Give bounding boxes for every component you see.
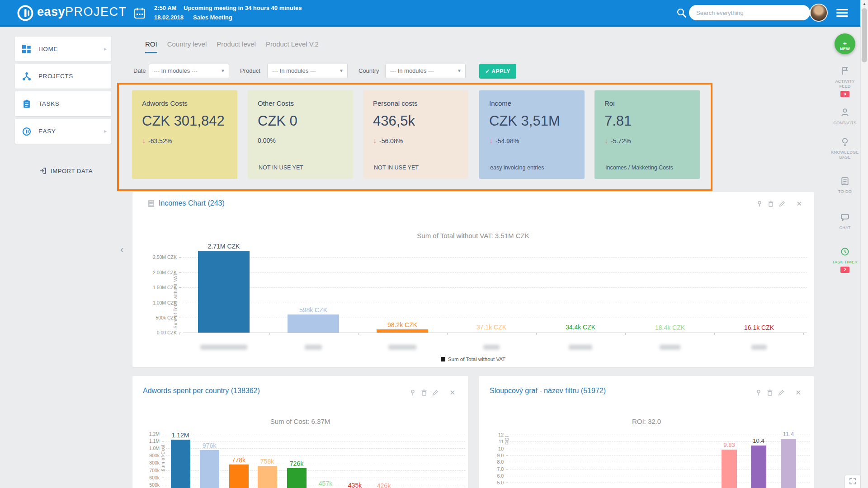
panel-incomes-chart: Incomes Chart (243) ✕ Sum of Total witho… xyxy=(132,192,814,367)
bar[interactable] xyxy=(722,450,737,488)
hamburger-menu-icon[interactable] xyxy=(836,9,848,17)
sidebar-item-tasks[interactable]: TASKS xyxy=(15,91,111,116)
bar[interactable] xyxy=(377,329,428,333)
import-data-label: IMPORT DATA xyxy=(51,168,93,174)
bar-value-label: 726k xyxy=(269,460,324,467)
topbar: easyPROJECT 2:50 AM 18.02.2018 Upcoming … xyxy=(0,0,868,27)
y-axis-title: Sum of Cost xyxy=(160,444,165,472)
sidebar-item-label: HOME xyxy=(38,46,58,52)
kpi-delta: ↓-56.08% xyxy=(373,137,403,145)
bar[interactable] xyxy=(258,466,277,488)
home-dashboard-icon xyxy=(22,45,31,54)
projects-tree-icon xyxy=(22,72,31,81)
rail-item-todo[interactable]: TO-DO xyxy=(830,176,859,194)
grid-line xyxy=(166,434,465,434)
chart-legend[interactable]: Sum of Total without VAT xyxy=(132,357,814,362)
bar[interactable] xyxy=(751,446,766,488)
y-tick-mark xyxy=(179,303,181,303)
kpi-title: Roi xyxy=(604,99,615,107)
bar-value-label: 1.12M xyxy=(153,432,208,439)
chevron-down-icon: ▼ xyxy=(457,64,462,78)
search-icon[interactable] xyxy=(676,8,687,18)
sidebar-item-home[interactable]: HOME ▸ xyxy=(15,37,111,61)
kpi-footer: NOT IN USE YET xyxy=(374,164,419,171)
kpi-footer: Incomes / Makketing Costs xyxy=(605,164,673,171)
down-arrow-icon: ↓ xyxy=(489,137,493,145)
y-tick-mark xyxy=(506,449,508,449)
x-axis-label-redacted xyxy=(305,345,322,350)
y-tick-label: 8.0 xyxy=(489,459,504,465)
bar-value-label: 16.1k CZK xyxy=(732,324,786,331)
grid-line xyxy=(183,318,807,318)
kpi-value: CZK 0 xyxy=(258,113,297,129)
grid-line xyxy=(166,441,465,441)
bar[interactable] xyxy=(200,450,219,488)
y-tick-label: 7.0 xyxy=(489,466,504,472)
bar[interactable] xyxy=(781,439,796,488)
kpi-card-adwords-costs[interactable]: Adwords Costs CZK 301,842 ↓-63.52% xyxy=(132,90,237,179)
y-tick-label: 0.00 CZK xyxy=(139,330,177,335)
fullscreen-expand-button[interactable] xyxy=(845,475,860,488)
rail-item-activity-feed[interactable]: ACTIVITY FEED 9 xyxy=(830,66,859,97)
x-axis-label-redacted xyxy=(751,345,767,350)
x-axis-label-redacted xyxy=(660,345,680,350)
kpi-card-personal-costs[interactable]: Personal costs 436,5k ↓-56.08% NOT IN US… xyxy=(363,90,468,179)
user-avatar[interactable] xyxy=(810,4,828,22)
meeting-title[interactable]: Upcoming meeting in 34 hours 40 minutes xyxy=(184,5,302,11)
legend-label: Sum of Total without VAT xyxy=(448,357,505,362)
bar[interactable] xyxy=(198,251,250,333)
brand[interactable]: easyPROJECT xyxy=(37,5,127,19)
product-filter-select[interactable]: --- In modules ---▼ xyxy=(267,64,348,78)
new-button[interactable]: +NEW xyxy=(835,33,855,54)
easy-project-dashboard: easyPROJECT 2:50 AM 18.02.2018 Upcoming … xyxy=(0,0,868,488)
sidebar-item-easy[interactable]: EASY ▸ xyxy=(15,119,111,144)
down-arrow-icon: ↓ xyxy=(142,137,146,145)
y-tick-mark xyxy=(506,476,508,476)
rail-item-task-timer[interactable]: TASK TIMER 2 xyxy=(830,247,859,273)
sidebar-item-label: TASKS xyxy=(38,100,59,107)
page-scrollbar[interactable]: ▲ xyxy=(860,0,868,488)
y-tick-mark xyxy=(506,462,508,462)
product-filter-value: --- In modules --- xyxy=(272,67,316,74)
y-tick-label: 6.0 xyxy=(489,473,504,479)
import-data-button[interactable]: IMPORT DATA xyxy=(39,167,47,177)
bar[interactable] xyxy=(288,314,339,333)
easyproject-logo-icon[interactable] xyxy=(17,5,34,22)
search-input[interactable] xyxy=(689,5,810,20)
grid-line xyxy=(183,257,807,258)
kpi-card-roi[interactable]: Roi 7.81 ↓-5.72% Incomes / Makketing Cos… xyxy=(594,90,700,179)
calendar-icon[interactable] xyxy=(133,7,146,19)
todo-list-icon xyxy=(840,176,850,186)
date-filter-select[interactable]: --- In modules ---▼ xyxy=(149,64,229,78)
country-filter-select[interactable]: --- In modules ---▼ xyxy=(385,64,466,78)
tab-roi[interactable]: ROI xyxy=(145,40,157,53)
kpi-card-other-costs[interactable]: Other Costs CZK 0 ↓0.00% NOT IN USE YET xyxy=(248,90,353,179)
kpi-card-income[interactable]: Income CZK 3,51M ↓-54.98% easy invoicing… xyxy=(479,90,585,179)
y-tick-label: 9.0 xyxy=(489,453,504,458)
y-tick-mark xyxy=(506,483,508,483)
rail-item-contacts[interactable]: CONTACTS xyxy=(830,108,859,126)
y-tick-mark xyxy=(179,272,181,273)
sidebar-item-label: PROJECTS xyxy=(38,73,73,80)
x-tick-mark xyxy=(179,333,180,335)
scrollbar-thumb[interactable] xyxy=(862,8,867,62)
rail-item-chat[interactable]: CHAT xyxy=(830,212,859,230)
tab-product-level-v2[interactable]: Product Level V.2 xyxy=(266,40,319,53)
meeting-name[interactable]: Sales Meeting xyxy=(193,14,232,21)
kpi-value: CZK 301,842 xyxy=(142,113,225,129)
clock-time: 2:50 AM xyxy=(154,5,176,11)
expand-icon xyxy=(849,478,856,485)
y-tick-mark xyxy=(179,287,181,288)
person-icon xyxy=(840,108,850,117)
collapse-panel-chevron[interactable]: ‹ xyxy=(120,244,123,256)
tab-product-level[interactable]: Product level xyxy=(217,40,256,53)
import-icon xyxy=(39,167,47,175)
scrollbar-up-arrow[interactable]: ▲ xyxy=(863,2,866,6)
y-tick-mark xyxy=(179,318,181,318)
apply-button[interactable]: ✓ APPLY xyxy=(479,64,516,79)
sidebar-item-projects[interactable]: PROJECTS xyxy=(15,64,111,89)
tab-country-level[interactable]: Country level xyxy=(167,40,207,53)
bar[interactable] xyxy=(229,465,249,488)
date-filter-value: --- In modules --- xyxy=(154,67,198,74)
rail-item-knowledge-base[interactable]: KNOWLEDGE BASE xyxy=(830,137,859,160)
